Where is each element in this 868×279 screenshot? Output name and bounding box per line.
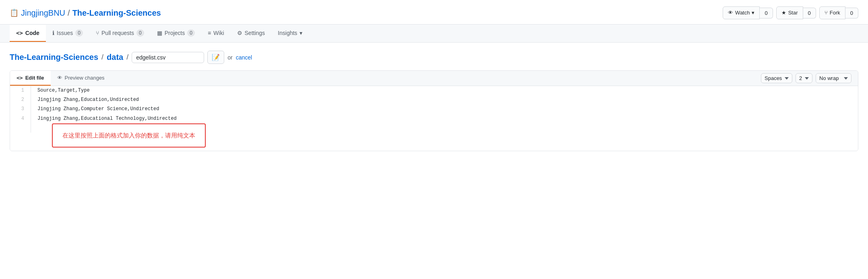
watch-label: Watch (735, 9, 750, 17)
star-button[interactable]: ★ Star (776, 6, 803, 19)
tab-code[interactable]: <> Code (10, 25, 46, 42)
tab-settings-label: Settings (245, 30, 265, 36)
nav-tabs: <> Code ℹ Issues 0 ⑂ Pull requests 0 ▦ P… (0, 25, 868, 43)
preview-icon: 👁 (57, 75, 62, 81)
line-content-3: Jingjing Zhang,Computer Science,Undirect… (31, 105, 165, 114)
repo-owner-link[interactable]: JingjingBNU (21, 8, 65, 18)
pull-requests-icon: ⑂ (96, 30, 99, 36)
edit-file-icon: <> (17, 75, 23, 81)
breadcrumb-folder-link[interactable]: data (107, 53, 123, 62)
repo-title: 📋 JingjingBNU / The-Learning-Sciences (10, 8, 161, 18)
commit-icon-button[interactable]: 📝 (207, 51, 224, 64)
line-content-2: Jingjing Zhang,Education,Undirected (31, 95, 145, 105)
editor-toolbar: <> Edit file 👁 Preview changes Spaces Ta… (10, 71, 858, 86)
tab-edit-file-label: Edit file (25, 75, 44, 81)
code-line-3: 3 Jingjing Zhang,Computer Science,Undire… (10, 105, 858, 114)
tab-pull-requests-label: Pull requests (101, 30, 134, 36)
indent-select[interactable]: 2 4 8 (796, 73, 812, 83)
wrap-select[interactable]: No wrap Soft wrap (816, 73, 851, 83)
settings-icon: ⚙ (237, 30, 242, 36)
breadcrumb-repo-link[interactable]: The-Learning-Sciences (10, 53, 98, 62)
repo-name-link[interactable]: The-Learning-Sciences (72, 8, 161, 18)
code-line-1: 1 Source,Target,Type (10, 86, 858, 95)
breadcrumb-sep2: / (126, 53, 128, 62)
line-number-4: 4 (10, 114, 31, 123)
tab-issues-label: Issues (57, 30, 73, 36)
tab-wiki[interactable]: ≡ Wiki (201, 25, 231, 42)
issues-icon: ℹ (52, 30, 54, 36)
editor-container: <> Edit file 👁 Preview changes Spaces Ta… (10, 70, 858, 151)
issues-badge: 0 (75, 29, 83, 37)
tab-issues[interactable]: ℹ Issues 0 (46, 25, 89, 42)
fork-label: Fork (830, 9, 840, 17)
watch-button[interactable]: 👁 Watch ▾ (723, 6, 760, 19)
cancel-link[interactable]: cancel (236, 54, 252, 61)
fork-icon: ⑂ (825, 9, 828, 17)
fork-count: 0 (845, 8, 858, 18)
spaces-select[interactable]: Spaces Tabs (761, 73, 792, 83)
line-content-1: Source,Target,Type (31, 86, 96, 95)
tab-insights-label: Insights (278, 30, 297, 36)
annotation-line-number (10, 123, 31, 133)
tab-preview-label: Preview changes (65, 75, 105, 81)
line-number-2: 2 (10, 95, 31, 105)
top-header: 📋 JingjingBNU / The-Learning-Sciences 👁 … (0, 0, 868, 25)
filename-input[interactable] (132, 52, 204, 63)
breadcrumb-or: or (227, 54, 232, 61)
line-number-3: 3 (10, 105, 31, 114)
watch-count: 0 (760, 8, 773, 18)
star-count: 0 (803, 8, 816, 18)
tab-edit-file[interactable]: <> Edit file (10, 71, 51, 86)
projects-icon: ▦ (157, 30, 162, 36)
editor-tabs: <> Edit file 👁 Preview changes (10, 71, 111, 86)
watch-group: 👁 Watch ▾ 0 (723, 6, 773, 19)
code-line-4: 4 Jingjing Zhang,Educational Technology,… (10, 114, 858, 123)
tab-projects[interactable]: ▦ Projects 0 (151, 25, 201, 42)
watch-icon: 👁 (728, 9, 733, 17)
star-label: Star (788, 9, 798, 17)
wiki-icon: ≡ (208, 30, 211, 36)
code-line-2: 2 Jingjing Zhang,Education,Undirected (10, 95, 858, 105)
fork-button[interactable]: ⑂ Fork (819, 6, 845, 19)
annotation-box: 在这里按照上面的格式加入你的数据，请用纯文本 (52, 123, 206, 148)
line-number-1: 1 (10, 86, 31, 95)
tab-insights[interactable]: Insights ▾ (271, 25, 309, 42)
line-content-4: Jingjing Zhang,Educational Technology,Un… (31, 114, 183, 123)
insights-dropdown-icon: ▾ (300, 30, 302, 36)
tab-wiki-label: Wiki (213, 30, 224, 36)
repo-icon: 📋 (10, 8, 19, 17)
code-icon: <> (16, 30, 23, 36)
annotation-row: 在这里按照上面的格式加入你的数据，请用纯文本 (10, 123, 858, 151)
breadcrumb: The-Learning-Sciences / data / 📝 or canc… (0, 43, 868, 70)
commit-icon: 📝 (212, 53, 220, 61)
tab-preview-changes[interactable]: 👁 Preview changes (51, 71, 111, 86)
code-editor[interactable]: 1 Source,Target,Type 2 Jingjing Zhang,Ed… (10, 86, 858, 151)
projects-badge: 0 (187, 29, 195, 37)
tab-code-label: Code (25, 30, 39, 36)
action-buttons: 👁 Watch ▾ 0 ★ Star 0 ⑂ Fork 0 (719, 6, 858, 19)
annotation-text: 在这里按照上面的格式加入你的数据，请用纯文本 (62, 132, 195, 139)
tab-settings[interactable]: ⚙ Settings (231, 25, 272, 42)
pull-requests-badge: 0 (136, 29, 144, 37)
tab-pull-requests[interactable]: ⑂ Pull requests 0 (89, 25, 151, 42)
repo-separator: / (68, 8, 70, 18)
star-icon: ★ (781, 9, 786, 17)
watch-dropdown-icon: ▾ (752, 9, 754, 17)
star-group: ★ Star 0 (776, 6, 816, 19)
breadcrumb-sep1: / (101, 53, 103, 62)
fork-group: ⑂ Fork 0 (819, 6, 858, 19)
tab-projects-label: Projects (165, 30, 185, 36)
editor-controls: Spaces Tabs 2 4 8 No wrap Soft wrap (761, 73, 858, 83)
